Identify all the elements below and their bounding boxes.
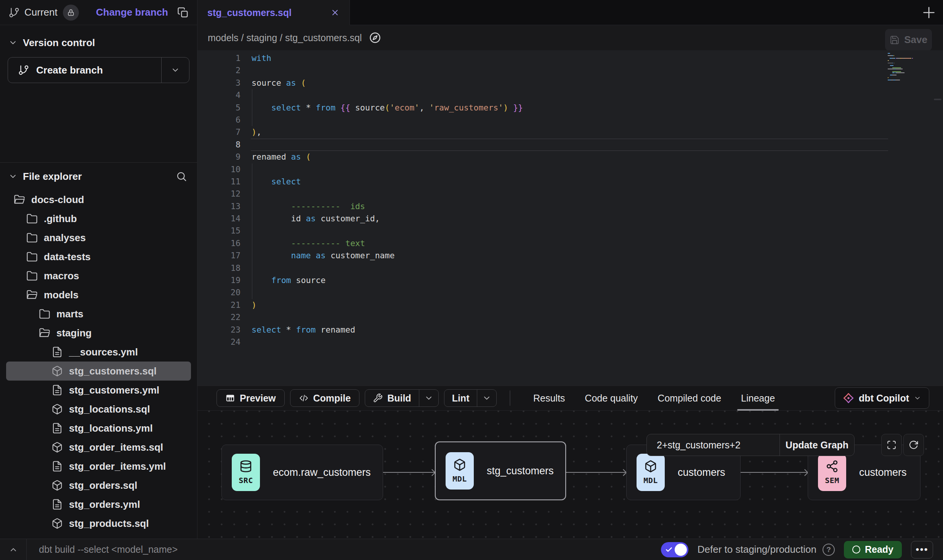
code-line[interactable]: renamed as ( [252,151,886,163]
code-line[interactable] [252,311,886,323]
file-icon [51,422,63,434]
code-line[interactable]: ) [252,299,886,311]
create-branch-button[interactable]: Create branch [8,57,189,83]
version-control-header[interactable]: Version control [0,34,197,52]
help-icon[interactable]: ? [823,544,835,556]
file-tree-item-marts[interactable]: marts [6,304,191,323]
lineage-node-ecom-raw-customers[interactable]: SRCecom.raw_customers [221,445,383,500]
expand-command-bar-button[interactable] [0,539,27,560]
defer-toggle[interactable] [661,542,688,557]
file-tree-item-stg-order-items-yml[interactable]: stg_order_items.yml [6,457,191,476]
dbt-copilot-button[interactable]: dbt Copilot [835,387,929,409]
lint-button[interactable]: Lint [444,390,477,406]
code-line[interactable]: with [252,52,886,64]
close-icon[interactable] [330,8,340,17]
main-area: stg_customers.sql models / staging / stg… [197,0,943,539]
lineage-panel[interactable]: SRCecom.raw_customersMDLstg_customersMDL… [197,411,943,539]
code-line[interactable] [252,114,886,126]
file-tree-item-stg-customers-yml[interactable]: stg_customers.yml [6,381,191,400]
code-line[interactable] [252,188,886,200]
line-number: 21 [197,299,241,311]
tab-code-quality[interactable]: Code quality [575,386,648,411]
code-line[interactable]: ---------- text [252,237,886,250]
command-input[interactable] [38,544,367,555]
code-line[interactable]: name as customer_name [252,250,886,262]
file-explorer-header[interactable]: File explorer [0,163,197,190]
code-line[interactable] [252,336,886,348]
folder-icon [26,251,38,262]
change-branch-link[interactable]: Change branch [96,6,168,18]
file-name: stg_products.sql [69,518,149,530]
code-content[interactable]: withsource as ( select * from {{ source(… [252,52,886,348]
refresh-button[interactable] [903,434,924,456]
code-line[interactable]: id as customer_id, [252,213,886,225]
tab-results[interactable]: Results [523,386,575,411]
refresh-icon [909,440,919,450]
file-tree-item-stg-locations-sql[interactable]: stg_locations.sql [6,400,191,419]
code-line[interactable]: from source [252,274,886,286]
file-tree-item-macros[interactable]: macros [6,266,191,285]
file-tree-item-models[interactable]: models [6,285,191,304]
file-name: .github [44,213,77,225]
file-tree-item--sources-yml[interactable]: __sources.yml [6,342,191,362]
minimap[interactable] [888,53,913,99]
fullscreen-button[interactable] [881,434,902,456]
code-line[interactable]: select * from renamed [252,324,886,336]
code-line[interactable]: ---------- ids [252,200,886,213]
status-dot [852,546,860,554]
search-icon[interactable] [176,171,187,182]
code-line[interactable] [252,89,886,101]
code-line[interactable] [252,139,886,151]
file-tree-item-stg-products-sql[interactable]: stg_products.sql [6,514,191,533]
save-button[interactable]: Save [885,29,932,51]
lineage-node-stg-customers[interactable]: MDLstg_customers [435,442,566,500]
tab-stg-customers-sql[interactable]: stg_customers.sql [197,0,350,25]
status-badge[interactable]: Ready [844,541,902,558]
file-tree-item-stg-orders-yml[interactable]: stg_orders.yml [6,495,191,514]
file-tree-item--github[interactable]: .github [6,209,191,228]
file-tree-item-stg-customers-sql[interactable]: stg_customers.sql [6,362,191,381]
editor-action-bar: Preview Compile Build Lint [197,386,943,411]
create-branch-dropdown[interactable] [161,58,189,83]
node-badge-mdl: MDL [446,452,474,490]
indent-guide [252,274,252,286]
new-tab-button[interactable] [920,4,938,21]
wrench-icon [373,393,383,403]
compile-button[interactable]: Compile [290,389,360,407]
update-graph-button[interactable]: Update Graph [779,434,854,456]
code-line[interactable] [252,262,886,274]
compass-icon[interactable] [369,31,382,44]
build-button[interactable]: Build [365,390,419,406]
code-line[interactable] [252,64,886,77]
code-line[interactable]: ), [252,126,886,138]
code-line[interactable] [252,225,886,237]
preview-button[interactable]: Preview [217,389,285,407]
file-tree-item-staging[interactable]: staging [6,323,191,342]
file-tree-item-stg-locations-yml[interactable]: stg_locations.yml [6,419,191,438]
line-number: 17 [197,250,241,262]
file-tree-item-analyses[interactable]: analyses [6,228,191,247]
code-line[interactable]: source as ( [252,77,886,89]
file-tree-item-data-tests[interactable]: data-tests [6,247,191,266]
code-line[interactable] [252,163,886,176]
tab-lineage[interactable]: Lineage [731,386,785,411]
code-line[interactable]: select [252,176,886,188]
build-dropdown[interactable] [419,390,438,406]
lock-icon [67,9,75,16]
divider [510,390,510,406]
file-tree-item-stg-orders-sql[interactable]: stg_orders.sql [6,476,191,495]
file-tree-item-docs-cloud[interactable]: docs-cloud [6,190,191,209]
check-icon [665,546,673,554]
build-button-group: Build [365,389,439,407]
code-editor[interactable]: 123456789101112131415161718192021222324 … [197,50,943,386]
lineage-selector-input[interactable] [647,434,779,456]
lint-dropdown[interactable] [477,390,496,406]
code-line[interactable]: select * from {{ source('ecom', 'raw_cus… [252,102,886,114]
file-tree-item-stg-order-items-sql[interactable]: stg_order_items.sql [6,438,191,457]
scrollbar-thumb[interactable] [934,99,941,100]
more-menu-button[interactable]: ••• [911,541,933,558]
folder-icon [26,232,38,243]
tab-compiled-code[interactable]: Compiled code [648,386,731,411]
code-line[interactable] [252,286,886,299]
copy-icon[interactable] [177,7,189,18]
